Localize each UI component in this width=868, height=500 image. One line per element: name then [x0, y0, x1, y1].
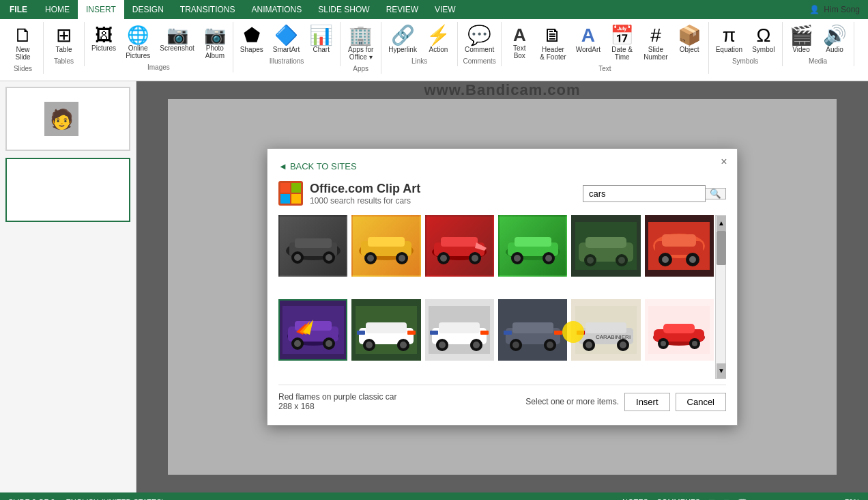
image-cell-6[interactable]	[645, 215, 714, 277]
image-cell-1[interactable]	[278, 215, 347, 277]
svg-point-103	[692, 341, 697, 346]
svg-point-47	[662, 256, 669, 263]
svg-point-31	[514, 255, 521, 262]
hyperlink-button[interactable]: 🔗 Hyperlink	[384, 23, 421, 56]
slide-1-thumbnail[interactable]: 🧑	[5, 87, 130, 151]
slide-2-thumbnail[interactable]	[5, 158, 130, 222]
hyperlink-icon: 🔗	[391, 26, 415, 45]
equation-button[interactable]: π Equation	[712, 23, 747, 56]
table-button[interactable]: ⊞ Table	[49, 23, 79, 56]
svg-point-9	[326, 254, 332, 261]
car-svg-1	[283, 222, 344, 270]
image-cell-7[interactable]	[278, 299, 347, 361]
car-svg-5	[575, 222, 637, 270]
photo-album-label: PhotoAlbum	[205, 44, 225, 59]
search-button[interactable]: 🔍	[706, 188, 726, 199]
user-name: Him Song	[824, 5, 860, 14]
slide-thumb-2[interactable]: 2	[5, 158, 130, 222]
scroll-up-button[interactable]: ▲	[717, 216, 726, 231]
tab-transitions[interactable]: TRANSITIONS	[172, 0, 244, 19]
comment-icon: 💬	[467, 26, 491, 45]
dialog-close-button[interactable]: ×	[717, 154, 732, 169]
image-cell-2[interactable]	[351, 215, 420, 277]
pictures-button[interactable]: 🖼 Pictures	[87, 23, 120, 55]
links-group-label: Links	[411, 57, 427, 65]
slideshow-icon[interactable]: ▶	[755, 498, 761, 501]
svg-point-85	[512, 342, 519, 348]
text-box-button[interactable]: A TextBox	[504, 23, 534, 62]
audio-button[interactable]: 🔊 Audio	[819, 23, 851, 56]
apps-for-office-button[interactable]: 🏢 Apps forOffice ▾	[344, 23, 377, 64]
svg-rect-64	[407, 331, 416, 335]
photo-album-button[interactable]: 📷 PhotoAlbum	[200, 23, 230, 62]
tab-review[interactable]: REVIEW	[378, 0, 426, 19]
screenshot-button[interactable]: 📷 Screenshot	[156, 23, 199, 55]
tab-design[interactable]: DESIGN	[124, 0, 172, 19]
car-svg-12	[648, 306, 710, 354]
shapes-button[interactable]: ⬟ Shapes	[236, 23, 267, 56]
image-cell-12[interactable]	[645, 299, 714, 361]
chart-button[interactable]: 📊 Chart	[305, 23, 337, 56]
tab-animations[interactable]: ANIMATIONS	[243, 0, 310, 19]
equation-icon: π	[723, 26, 736, 45]
slide-number-button[interactable]: # SlideNumber	[639, 23, 672, 64]
smartart-button[interactable]: 🔷 SmartArt	[269, 23, 304, 56]
tab-insert[interactable]: INSERT	[78, 0, 124, 19]
insert-button[interactable]: Insert	[624, 393, 670, 411]
image-cell-5[interactable]	[571, 215, 640, 277]
scroll-down-button[interactable]: ▼	[717, 363, 726, 378]
slide-number-icon: #	[650, 26, 661, 45]
symbol-button[interactable]: Ω Symbol	[748, 23, 779, 56]
tab-view[interactable]: VIEW	[426, 0, 464, 19]
grid-scrollbar[interactable]: ▲ ▼	[715, 215, 726, 379]
image-cell-10[interactable]	[498, 299, 567, 361]
reading-view-icon[interactable]: 📖	[738, 498, 747, 501]
svg-rect-13	[368, 237, 405, 247]
image-cell-3[interactable]	[425, 215, 494, 277]
audio-icon: 🔊	[823, 26, 847, 45]
apps-icon: 🏢	[349, 26, 373, 45]
search-input[interactable]	[583, 185, 706, 202]
tab-slideshow[interactable]: SLIDE SHOW	[310, 0, 377, 19]
new-slide-button[interactable]: 🗋 NewSlide	[8, 23, 38, 64]
slide-sorter-icon[interactable]: ⊞	[723, 498, 729, 501]
shapes-icon: ⬟	[244, 26, 260, 45]
image-cell-8[interactable]	[351, 299, 420, 361]
office-title: Office.com Clip Art	[310, 182, 420, 196]
footer-left: Red flames on purple classic car 288 x 1…	[278, 392, 396, 411]
object-button[interactable]: 📦 Object	[674, 23, 706, 56]
video-button[interactable]: 🎬 Video	[785, 23, 818, 56]
wordart-label: WordArt	[576, 46, 601, 53]
scroll-thumb[interactable]	[717, 231, 726, 265]
svg-rect-72	[430, 331, 438, 335]
slide-panel: 1 🧑 2	[0, 81, 136, 492]
tab-home[interactable]: HOME	[37, 0, 78, 19]
back-to-sites-link[interactable]: ◄ BACK TO SITES	[278, 161, 357, 171]
svg-point-23	[440, 255, 447, 262]
image-cell-9[interactable]	[425, 299, 494, 361]
wordart-button[interactable]: A WordArt	[572, 23, 605, 56]
svg-rect-80	[512, 322, 553, 333]
audio-label: Audio	[826, 46, 843, 53]
image-cell-11[interactable]: CARABINIERI	[571, 299, 640, 361]
image-cell-4[interactable]	[498, 215, 567, 277]
table-label: Table	[56, 46, 72, 53]
comment-button[interactable]: 💬 Comment	[461, 23, 498, 56]
svg-rect-73	[480, 331, 489, 335]
slide-thumb-1[interactable]: 1 🧑	[5, 87, 130, 151]
tab-file[interactable]: FILE	[0, 0, 37, 19]
svg-rect-71	[439, 322, 480, 333]
cancel-button[interactable]: Cancel	[676, 393, 726, 411]
normal-view-icon[interactable]: ▣	[708, 498, 715, 501]
car-svg-2	[356, 222, 417, 270]
svg-point-86	[547, 342, 553, 348]
group-media: 🎬 Video 🔊 Audio Media	[783, 22, 854, 66]
svg-rect-89	[585, 322, 626, 333]
symbols-group-label: Symbols	[732, 57, 758, 65]
ribbon: FILE HOME INSERT DESIGN TRANSITIONS ANIM…	[0, 0, 868, 81]
images-group-label: Images	[147, 64, 170, 71]
date-time-button[interactable]: 📅 Date &Time	[606, 23, 638, 64]
header-footer-button[interactable]: 🗎 Header& Footer	[536, 23, 570, 64]
online-pictures-button[interactable]: 🌐 OnlinePictures	[121, 23, 154, 62]
action-button[interactable]: ⚡ Action	[422, 23, 454, 56]
